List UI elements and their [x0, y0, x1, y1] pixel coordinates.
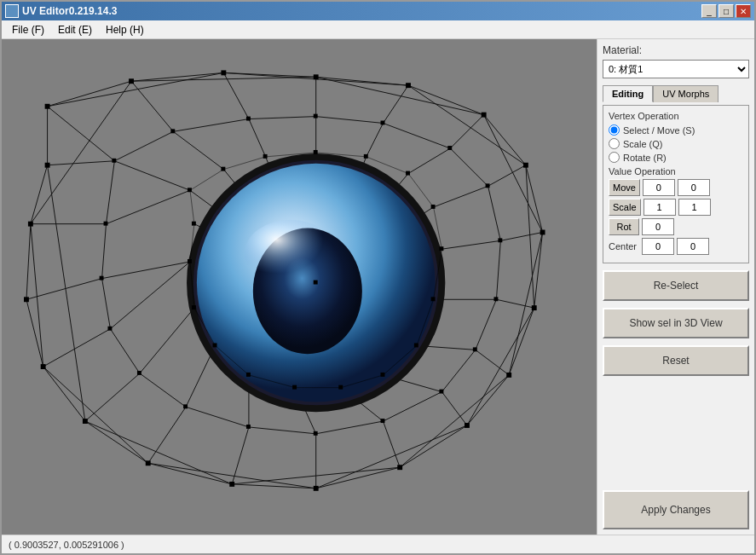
tab-editing[interactable]: Editing [603, 85, 653, 102]
svg-rect-174 [100, 276, 104, 280]
radio-select-move: Select / Move (S) [609, 124, 743, 136]
svg-rect-173 [107, 327, 112, 331]
radio-rotate: Rotate (R) [609, 152, 743, 163]
svg-rect-168 [381, 419, 385, 423]
svg-point-118 [245, 220, 337, 287]
center-y-input[interactable] [677, 238, 709, 255]
center-row: Center [609, 238, 743, 255]
svg-rect-153 [41, 364, 46, 369]
svg-rect-190 [213, 343, 217, 347]
reselect-button[interactable]: Re-Select [603, 270, 749, 301]
vertex-operation-title: Vertex Operation [609, 111, 743, 121]
svg-rect-171 [183, 404, 188, 408]
svg-rect-148 [397, 465, 402, 470]
svg-rect-155 [28, 222, 33, 227]
svg-rect-191 [192, 305, 196, 309]
status-coords: ( 0.9003527, 0.005291006 ) [9, 540, 124, 550]
svg-rect-183 [439, 246, 443, 251]
main-content: Select Move Material: 0: 材質1 Editing UV … [2, 39, 754, 535]
scale-button[interactable]: Scale [609, 199, 641, 216]
rot-input[interactable] [642, 218, 674, 235]
svg-rect-187 [338, 385, 343, 390]
svg-rect-160 [314, 114, 318, 119]
svg-rect-139 [221, 70, 226, 75]
svg-rect-193 [192, 222, 196, 226]
value-operation-title: Value Operation [609, 166, 743, 176]
uv-canvas-svg [2, 39, 597, 535]
svg-rect-157 [112, 159, 116, 163]
tab-uv-morphs[interactable]: UV Morphs [653, 85, 718, 102]
svg-rect-175 [104, 222, 108, 226]
window-title: UV Editor0.219.14.3 [22, 5, 117, 17]
svg-rect-162 [447, 146, 452, 150]
move-row: Move [609, 179, 743, 196]
maximize-button[interactable]: □ [718, 4, 734, 18]
svg-rect-143 [523, 163, 528, 168]
minimize-button[interactable]: _ [701, 4, 717, 18]
material-label: Material: [603, 44, 749, 56]
title-bar-content: UV Editor0.219.14.3 [5, 4, 117, 18]
scale-row: Scale [609, 199, 743, 216]
menu-help[interactable]: Help (H) [99, 22, 151, 38]
svg-rect-138 [129, 78, 134, 84]
center-x-input[interactable] [642, 238, 674, 255]
svg-rect-149 [314, 486, 319, 491]
close-button[interactable]: ✕ [736, 4, 751, 18]
right-panel: Material: 0: 材質1 Editing UV Morphs Verte… [597, 39, 754, 535]
radio-select-move-input[interactable] [609, 124, 620, 136]
svg-rect-165 [493, 297, 498, 301]
svg-rect-186 [381, 373, 385, 377]
radio-scale-label: Scale (Q) [623, 139, 662, 149]
editing-panel: Vertex Operation Select / Move (S) Scale… [603, 105, 749, 263]
svg-rect-154 [24, 297, 29, 302]
svg-rect-184 [431, 297, 436, 301]
svg-rect-159 [246, 117, 251, 121]
svg-rect-137 [45, 104, 50, 109]
svg-rect-150 [229, 482, 234, 487]
svg-rect-140 [314, 74, 319, 79]
svg-rect-151 [146, 460, 151, 465]
center-label: Center [609, 241, 639, 251]
svg-rect-177 [221, 167, 225, 171]
radio-rotate-label: Rotate (R) [623, 153, 667, 163]
menu-edit[interactable]: Edit (E) [51, 22, 99, 38]
radio-select-move-label: Select / Move (S) [623, 125, 695, 136]
svg-rect-141 [406, 83, 411, 88]
uv-canvas[interactable]: Select Move [2, 39, 597, 535]
tab-row: Editing UV Morphs [603, 85, 749, 102]
svg-rect-163 [486, 183, 490, 188]
menu-bar: File (F) Edit (E) Help (H) [2, 20, 754, 39]
svg-rect-180 [364, 154, 368, 159]
title-bar: UV Editor0.219.14.3 _ □ ✕ [2, 2, 754, 20]
scale-y-input[interactable] [678, 199, 711, 216]
radio-rotate-input[interactable] [609, 152, 620, 163]
app-icon [5, 4, 19, 18]
svg-rect-164 [498, 238, 502, 242]
svg-rect-146 [506, 373, 511, 378]
rot-button[interactable]: Rot [609, 218, 639, 235]
window-controls: _ □ ✕ [701, 4, 751, 18]
main-window: UV Editor0.219.14.3 _ □ ✕ File (F) Edit … [0, 0, 756, 555]
material-select[interactable]: 0: 材質1 [603, 60, 749, 78]
apply-changes-button[interactable]: Apply Changes [603, 490, 749, 529]
move-y-input[interactable] [678, 179, 710, 196]
svg-rect-145 [532, 305, 537, 310]
move-x-input[interactable] [643, 179, 675, 196]
svg-rect-142 [482, 113, 487, 118]
svg-rect-166 [473, 347, 477, 351]
svg-rect-144 [540, 230, 545, 235]
svg-rect-192 [188, 259, 192, 263]
menu-file[interactable]: File (F) [5, 22, 51, 38]
radio-scale-input[interactable] [609, 138, 620, 149]
svg-rect-188 [292, 385, 297, 390]
reset-button[interactable]: Reset [603, 345, 749, 376]
scale-x-input[interactable] [643, 199, 676, 216]
svg-rect-156 [45, 163, 50, 168]
svg-rect-185 [414, 343, 418, 347]
status-bar: ( 0.9003527, 0.005291006 ) [2, 535, 754, 553]
svg-rect-152 [83, 419, 88, 424]
show-sel-button[interactable]: Show sel in 3D View [603, 308, 749, 338]
svg-rect-172 [137, 371, 141, 375]
svg-rect-176 [188, 188, 192, 192]
move-button[interactable]: Move [609, 179, 640, 196]
